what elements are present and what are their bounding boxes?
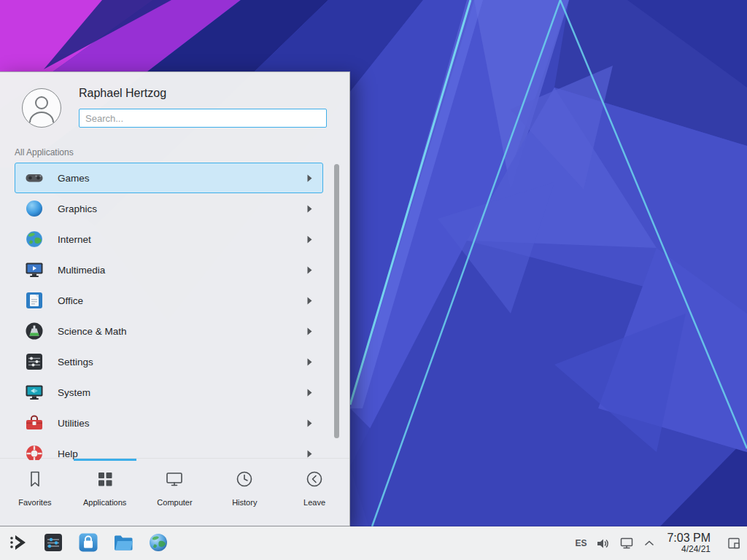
internet-icon xyxy=(24,229,44,249)
submenu-arrow-icon xyxy=(307,236,312,244)
category-label: Help xyxy=(58,448,78,459)
tab-label: Leave xyxy=(303,498,325,507)
tab-label: Applications xyxy=(83,498,126,507)
application-launcher-menu: Raphael Hertzog All Applications Games xyxy=(0,71,350,526)
network-icon[interactable] xyxy=(619,537,634,550)
category-settings[interactable]: Settings xyxy=(15,346,323,377)
file-manager-icon xyxy=(112,532,134,556)
keyboard-layout-indicator[interactable]: ES xyxy=(575,538,587,548)
settings-icon xyxy=(24,351,44,372)
user-avatar[interactable] xyxy=(22,88,61,128)
tab-label: Favorites xyxy=(18,498,51,507)
app-launcher-icon xyxy=(7,532,29,556)
submenu-arrow-icon xyxy=(307,358,312,366)
category-science-math[interactable]: Science & Math xyxy=(15,316,323,346)
user-name: Raphael Hertzog xyxy=(79,87,166,100)
clock-date: 4/24/21 xyxy=(667,545,711,554)
category-games[interactable]: Games xyxy=(15,163,323,193)
category-label: System xyxy=(58,387,90,398)
category-internet[interactable]: Internet xyxy=(15,224,323,254)
science-math-icon xyxy=(24,321,44,341)
submenu-arrow-icon xyxy=(307,327,312,335)
list-scrollbar[interactable] xyxy=(334,164,339,438)
system-tray: ES 7:03 xyxy=(575,532,741,554)
submenu-arrow-icon xyxy=(307,450,312,458)
desktop: Raphael Hertzog All Applications Games xyxy=(0,0,747,560)
submenu-arrow-icon xyxy=(307,389,312,397)
tab-leave[interactable]: Leave xyxy=(279,459,349,526)
taskbar-panel: ES 7:03 xyxy=(0,526,747,560)
category-label: Office xyxy=(58,295,83,306)
active-tab-indicator xyxy=(74,459,136,461)
show-desktop-button[interactable] xyxy=(727,536,741,551)
tab-label: History xyxy=(232,498,257,507)
submenu-arrow-icon xyxy=(307,205,312,213)
tab-computer[interactable]: Computer xyxy=(140,459,210,526)
software-center-icon xyxy=(77,532,99,556)
tab-label: Computer xyxy=(157,498,192,507)
app-launcher-button[interactable] xyxy=(4,529,32,557)
history-icon xyxy=(235,470,254,491)
submenu-arrow-icon xyxy=(307,266,312,274)
category-help[interactable]: Help xyxy=(15,438,323,460)
section-label: All Applications xyxy=(15,147,74,158)
user-icon xyxy=(23,89,61,127)
system-icon xyxy=(24,382,44,402)
computer-icon xyxy=(165,470,184,491)
office-icon xyxy=(24,290,44,311)
expand-tray-icon[interactable] xyxy=(643,540,655,547)
applications-icon xyxy=(96,470,115,491)
system-settings-button[interactable] xyxy=(39,529,67,557)
leave-icon xyxy=(305,470,324,491)
utilities-icon xyxy=(24,413,44,433)
category-list: Games Graphics xyxy=(0,163,349,460)
category-label: Multimedia xyxy=(58,265,105,276)
submenu-arrow-icon xyxy=(307,297,312,305)
software-center-button[interactable] xyxy=(74,529,102,557)
tab-applications[interactable]: Applications xyxy=(70,459,140,526)
multimedia-icon xyxy=(24,260,44,280)
graphics-icon xyxy=(24,198,44,219)
clock-time: 7:03 PM xyxy=(667,532,711,545)
clock-widget[interactable]: 7:03 PM 4/24/21 xyxy=(667,532,711,554)
category-label: Science & Math xyxy=(58,326,127,337)
show-desktop-icon xyxy=(727,536,741,551)
category-label: Games xyxy=(58,173,90,184)
category-office[interactable]: Office xyxy=(15,285,323,316)
volume-icon[interactable] xyxy=(596,537,610,551)
web-browser-button[interactable] xyxy=(144,529,172,557)
help-icon xyxy=(24,443,44,460)
system-settings-icon xyxy=(42,532,64,556)
category-multimedia[interactable]: Multimedia xyxy=(15,254,323,285)
category-label: Settings xyxy=(58,357,93,368)
category-label: Internet xyxy=(58,234,91,245)
category-label: Graphics xyxy=(58,203,97,214)
panel-launchers xyxy=(4,529,172,557)
category-label: Utilities xyxy=(58,418,90,429)
tab-history[interactable]: History xyxy=(209,459,279,526)
category-utilities[interactable]: Utilities xyxy=(15,408,323,438)
search-input[interactable] xyxy=(79,109,327,128)
category-system[interactable]: System xyxy=(15,377,323,408)
category-graphics[interactable]: Graphics xyxy=(15,193,323,224)
favorites-icon xyxy=(26,470,44,491)
games-icon xyxy=(24,168,44,188)
tab-favorites[interactable]: Favorites xyxy=(0,459,70,526)
launcher-tabbar: Favorites Applications xyxy=(0,459,349,526)
file-manager-button[interactable] xyxy=(109,529,137,557)
submenu-arrow-icon xyxy=(307,419,312,427)
web-browser-icon xyxy=(147,532,169,556)
submenu-arrow-icon xyxy=(307,174,312,182)
